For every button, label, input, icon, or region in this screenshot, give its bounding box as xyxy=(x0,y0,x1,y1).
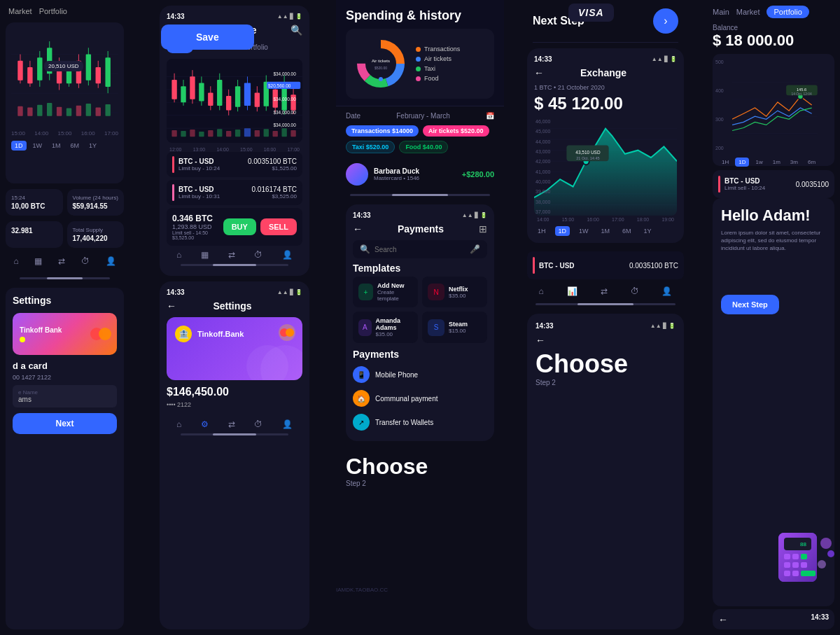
chip-food[interactable]: Food $40.00 xyxy=(399,141,448,153)
ex2-1d[interactable]: 1D xyxy=(555,226,570,236)
nav-clock-icon[interactable]: ⏱ xyxy=(81,256,90,266)
chart-panel: 20,510 USD 15:00 14:00 15:00 16:00 17:00… xyxy=(6,22,124,183)
scroll-thumb-2 xyxy=(213,264,256,266)
nav-user-icon[interactable]: 👤 xyxy=(106,256,116,266)
template-add-new[interactable]: + Add New Create template xyxy=(353,277,418,307)
tx-sub: Mastercard • 1546 xyxy=(374,175,419,181)
scroll-thumb-4 xyxy=(392,194,448,196)
search-icon-1[interactable]: 🔍 xyxy=(290,25,302,36)
nav-chart-icon[interactable]: ▦ xyxy=(34,256,42,266)
settings-back-arrow[interactable]: ← xyxy=(167,300,176,312)
s-nav-user[interactable]: 👤 xyxy=(282,419,293,429)
top-tabs: Main Market Portfolio xyxy=(713,6,834,18)
lc-1d[interactable]: 1D xyxy=(735,158,749,167)
template-steam[interactable]: S Steam $15.00 xyxy=(422,312,487,343)
mic-icon[interactable]: 🎤 xyxy=(470,244,480,254)
balance-label: Balance xyxy=(713,24,834,32)
tab-portfolio-col5[interactable]: Portfolio xyxy=(766,6,808,18)
lc-1w[interactable]: 1w xyxy=(752,158,766,167)
svg-text:21 Oct. 14:45: 21 Oct. 14:45 xyxy=(576,156,600,160)
lc-6m[interactable]: 6m xyxy=(804,158,819,167)
chip-airtickets[interactable]: Air tickets $520.00 xyxy=(423,125,489,137)
ex2-1y[interactable]: 1Y xyxy=(640,226,655,236)
next-step-button[interactable]: › xyxy=(653,8,678,34)
ex2-nav-swap[interactable]: ⇄ xyxy=(601,286,608,296)
chip-transactions[interactable]: Transactions $14000 xyxy=(346,125,419,137)
svg-text:88: 88 xyxy=(800,541,806,547)
ex2-1h[interactable]: 1H xyxy=(534,226,550,236)
col5-back[interactable]: ← xyxy=(718,614,728,625)
choose-phone-time: 14:33 xyxy=(536,322,554,330)
svg-rect-67 xyxy=(172,130,176,137)
period-1w[interactable]: 1W xyxy=(29,141,46,151)
ex-nav-user[interactable]: 👤 xyxy=(282,250,293,260)
choose-back[interactable]: ← xyxy=(536,335,545,346)
nav-swap-icon[interactable]: ⇄ xyxy=(58,256,65,266)
svg-rect-24 xyxy=(18,106,22,116)
ex2-6m[interactable]: 6M xyxy=(619,226,635,236)
ex2-status: 14:33 ▲▲ ▊ 🔋 xyxy=(534,55,677,63)
scroll-thumb-3 xyxy=(213,433,256,435)
hello-title: Hello Adam! xyxy=(721,207,826,225)
payments-expand-icon[interactable]: ⊞ xyxy=(479,223,487,235)
payments-search-input[interactable] xyxy=(374,246,465,253)
svg-point-95 xyxy=(379,77,383,81)
nav-market[interactable]: Market xyxy=(8,7,32,15)
buy-button[interactable]: BUY xyxy=(223,218,256,235)
nav-home-icon[interactable]: ⌂ xyxy=(13,256,18,266)
save-button[interactable]: Save xyxy=(161,25,254,50)
svg-rect-30 xyxy=(76,106,81,116)
svg-rect-25 xyxy=(27,108,32,116)
ex2-nav-clock[interactable]: ⏱ xyxy=(631,286,639,296)
lc-3m[interactable]: 3m xyxy=(787,158,802,167)
ex2-nav-user[interactable]: 👤 xyxy=(662,286,672,296)
divider-1 xyxy=(533,42,678,43)
hello-next-btn[interactable]: Next Step xyxy=(721,295,779,314)
lc-y-labels: 500 400 300 200 xyxy=(715,60,724,151)
ex2-1m[interactable]: 1M xyxy=(598,226,614,236)
payment-mobile: 📱 Mobile Phone xyxy=(353,363,487,386)
period-1y[interactable]: 1Y xyxy=(85,141,100,151)
choose-status: 14:33 ▲▲ ▊ 🔋 xyxy=(536,322,676,330)
ex2-nav-home[interactable]: ⌂ xyxy=(538,286,543,296)
s-nav-home[interactable]: ⌂ xyxy=(176,419,181,429)
s-nav-swap[interactable]: ⇄ xyxy=(228,419,235,429)
ex2-1w[interactable]: 1W xyxy=(575,226,592,236)
payments-back[interactable]: ← xyxy=(353,223,363,235)
s-nav-settings[interactable]: ⚙ xyxy=(201,419,209,429)
sell-button[interactable]: SELL xyxy=(260,218,297,235)
ex-nav-clock[interactable]: ⏱ xyxy=(254,250,262,260)
lc-1h[interactable]: 1H xyxy=(718,158,732,167)
visa-card: VISA xyxy=(568,4,614,22)
ex-nav-swap[interactable]: ⇄ xyxy=(228,250,235,260)
nav-portfolio[interactable]: Portfolio xyxy=(39,7,67,15)
trade-item-col5: BTC - USD Limit sell - 10:24 0.0035100 xyxy=(713,170,834,198)
tab-market-col5[interactable]: Market xyxy=(736,8,760,16)
lc-1m[interactable]: 1m xyxy=(769,158,784,167)
payments-search-bar: 🔍 🎤 xyxy=(353,240,487,258)
ex2-period-row: 1H 1D 1W 1M 6M 1Y xyxy=(534,226,677,236)
trade-item-1: BTC - USD Limit buy - 10:24 0.0035100 BT… xyxy=(167,152,302,177)
svg-point-92 xyxy=(368,51,393,76)
svg-rect-118 xyxy=(784,538,811,550)
period-6m[interactable]: 6M xyxy=(67,141,83,151)
svg-rect-68 xyxy=(181,131,186,137)
period-1m[interactable]: 1M xyxy=(48,141,64,151)
tab-main-col5[interactable]: Main xyxy=(713,8,729,16)
template-amanda[interactable]: A Amanda Adams $35.00 xyxy=(353,312,418,343)
chip-taxi[interactable]: Taxi $520.00 xyxy=(346,141,395,153)
stat-card-val: 32.981 xyxy=(6,221,63,248)
ex2-back[interactable]: ← xyxy=(534,67,544,78)
ex-nav-chart[interactable]: ▦ xyxy=(201,250,209,260)
ex2-nav-chart[interactable]: 📊 xyxy=(567,286,578,296)
calendar-icon[interactable]: 📅 xyxy=(486,112,494,120)
s-nav-clock[interactable]: ⏱ xyxy=(254,419,262,429)
next-button[interactable]: Next xyxy=(13,413,117,434)
name-input-field[interactable]: e Name ams xyxy=(13,385,117,407)
ex2-big-price: $ 45 120.00 xyxy=(534,94,677,113)
bank-card-bg: 🏦 Tinkoff.Bank xyxy=(167,317,302,380)
period-1d[interactable]: 1D xyxy=(11,141,27,151)
settings-phone-2: 14:33 ▲▲ ▊ 🔋 ← Settings 🏦 Tinkoff.Bank xyxy=(160,281,309,629)
ex-nav-home[interactable]: ⌂ xyxy=(176,250,181,260)
template-netflix[interactable]: N Netflix $35.00 xyxy=(422,277,487,307)
